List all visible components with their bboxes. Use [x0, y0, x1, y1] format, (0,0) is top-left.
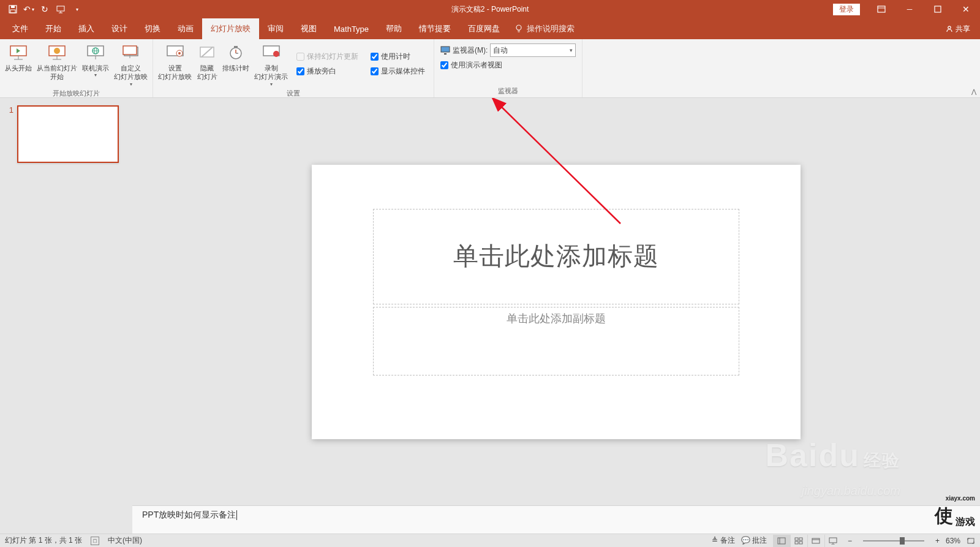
record-slideshow-button[interactable]: 录制 幻灯片演示 ▾ [252, 40, 290, 88]
tab-baidu[interactable]: 百度网盘 [459, 18, 508, 39]
undo-button[interactable]: ↶▾ [21, 1, 37, 17]
tab-transitions[interactable]: 切换 [136, 18, 169, 39]
close-button[interactable]: ✕ [952, 0, 980, 18]
minimize-button[interactable]: ─ [895, 0, 924, 18]
slide-thumbnails-panel: 1 [0, 98, 132, 534]
svg-rect-50 [812, 538, 820, 543]
person-icon [946, 25, 953, 32]
svg-rect-1 [11, 6, 15, 8]
ribbon-tabs: 文件 开始 插入 设计 切换 动画 幻灯片放映 审阅 视图 MathType 帮… [0, 18, 980, 39]
from-beginning-button[interactable]: 从头开始 [2, 40, 34, 88]
slide-canvas-area: 单击此处添加标题 单击此处添加副标题 [132, 98, 980, 505]
tab-design[interactable]: 设计 [103, 18, 136, 39]
svg-point-39 [273, 51, 279, 57]
rehearse-timings-button[interactable]: 排练计时 [220, 40, 252, 88]
hide-slide-icon [197, 43, 217, 62]
notes-pane[interactable]: PPT放映时如何显示备注 [132, 505, 980, 534]
tab-slideshow[interactable]: 幻灯片放映 [202, 18, 259, 39]
svg-rect-52 [829, 538, 837, 543]
from-current-button[interactable]: 从当前幻灯片 开始 [34, 40, 80, 88]
media-controls-checkbox[interactable]: 显示媒体控件 [367, 64, 429, 78]
online-presentation-icon [86, 43, 105, 62]
language-label[interactable]: 中文(中国) [108, 535, 142, 546]
maximize-button[interactable] [924, 0, 952, 18]
monitor-select[interactable]: 自动 ▾ [490, 43, 576, 57]
svg-rect-44 [778, 538, 785, 544]
comments-toggle[interactable]: 💬 批注 [741, 535, 767, 546]
svg-rect-27 [123, 46, 137, 55]
tab-mathtype[interactable]: MathType [325, 18, 377, 39]
slide-canvas[interactable]: 单击此处添加标题 单击此处添加副标题 [312, 165, 801, 439]
status-bar: 幻灯片 第 1 张，共 1 张 □ 中文(中国) ≜ 备注 💬 批注 − + 6… [0, 534, 980, 547]
slide-count-label[interactable]: 幻灯片 第 1 张，共 1 张 [5, 535, 82, 546]
hide-slide-button[interactable]: 隐藏 幻灯片 [194, 40, 220, 88]
title-placeholder[interactable]: 单击此处添加标题 [373, 209, 739, 304]
tab-view[interactable]: 视图 [292, 18, 325, 39]
svg-point-31 [178, 52, 181, 55]
setup-icon [165, 43, 185, 62]
zoom-slider[interactable] [863, 540, 924, 541]
narration-checkbox[interactable]: 播放旁白 [293, 64, 362, 78]
ribbon-display-button[interactable] [867, 0, 895, 18]
save-button[interactable] [5, 1, 21, 17]
tab-home[interactable]: 开始 [37, 18, 70, 39]
zoom-level[interactable]: 63% [946, 537, 960, 545]
svg-point-12 [948, 26, 951, 29]
normal-view-button[interactable] [773, 535, 790, 547]
collapse-ribbon-button[interactable]: ⋀ [971, 88, 976, 95]
tab-plot[interactable]: 情节提要 [410, 18, 459, 39]
tab-animations[interactable]: 动画 [169, 18, 202, 39]
subtitle-placeholder[interactable]: 单击此处添加副标题 [373, 307, 739, 375]
use-timings-checkbox[interactable]: 使用计时 [367, 49, 429, 64]
sorter-view-button[interactable] [790, 535, 807, 547]
keep-updated-checkbox: 保持幻灯片更新 [293, 49, 362, 64]
svg-rect-3 [57, 6, 64, 11]
svg-point-9 [516, 25, 521, 30]
group-label-monitors: 监视器 [437, 85, 579, 97]
share-button[interactable]: 共享 [946, 18, 970, 39]
login-button[interactable]: 登录 [833, 4, 860, 15]
editor-area: 单击此处添加标题 单击此处添加副标题 PPT放映时如何显示备注 [132, 98, 980, 534]
tell-me-search[interactable]: 操作说明搜索 [514, 18, 575, 39]
zoom-out-button[interactable]: − [848, 537, 852, 545]
zoom-in-button[interactable]: + [935, 537, 940, 545]
presentation-play-icon [9, 43, 28, 62]
tab-file[interactable]: 文件 [4, 18, 37, 39]
monitor-icon [440, 46, 450, 55]
svg-rect-48 [795, 541, 798, 544]
reading-view-button[interactable] [807, 535, 824, 547]
notes-toggle[interactable]: ≜ 备注 [712, 535, 734, 546]
main-area: 1 单击此处添加标题 单击此处添加副标题 PPT放映时如何显示备注 [0, 98, 980, 534]
redo-button[interactable]: ↻ [37, 1, 53, 17]
tab-review[interactable]: 审阅 [259, 18, 292, 39]
svg-rect-49 [799, 541, 802, 544]
clock-icon [226, 43, 246, 62]
svg-rect-46 [795, 538, 798, 540]
slideshow-view-button[interactable] [824, 535, 842, 547]
setup-slideshow-button[interactable]: 设置 幻灯片放映 [156, 40, 194, 88]
thumbnail-slide-1[interactable]: 1 [6, 105, 132, 163]
svg-rect-40 [441, 47, 450, 52]
spellcheck-icon[interactable]: □ [91, 537, 99, 545]
text-cursor [236, 510, 237, 520]
svg-rect-8 [935, 6, 941, 12]
svg-rect-55 [968, 538, 974, 543]
fit-to-window-button[interactable] [967, 537, 975, 545]
tab-insert[interactable]: 插入 [70, 18, 103, 39]
group-start-slideshow: 从头开始 从当前幻灯片 开始 联机演示 ▾ 自定义 幻灯片放映 ▾ 开始放映幻灯… [0, 39, 153, 97]
quick-access-toolbar: ↶▾ ↻ ▾ [0, 1, 85, 17]
monitor-row: 监视器(M): 自动 ▾ [437, 43, 579, 58]
svg-rect-47 [799, 538, 802, 540]
presenter-view-checkbox[interactable]: 使用演示者视图 [437, 58, 579, 72]
record-icon [262, 43, 281, 62]
svg-rect-37 [234, 46, 238, 48]
start-from-beginning-button[interactable] [53, 1, 69, 17]
view-buttons [773, 535, 842, 547]
qat-customize-button[interactable]: ▾ [69, 1, 85, 17]
custom-slideshow-button[interactable]: 自定义 幻灯片放映 ▾ [111, 40, 150, 88]
watermark-game: xiayx.com 使游戏 [935, 504, 975, 529]
online-presentation-button[interactable]: 联机演示 ▾ [80, 40, 111, 88]
svg-point-18 [54, 48, 60, 54]
tab-help[interactable]: 帮助 [377, 18, 410, 39]
ribbon-content: 从头开始 从当前幻灯片 开始 联机演示 ▾ 自定义 幻灯片放映 ▾ 开始放映幻灯… [0, 39, 980, 98]
